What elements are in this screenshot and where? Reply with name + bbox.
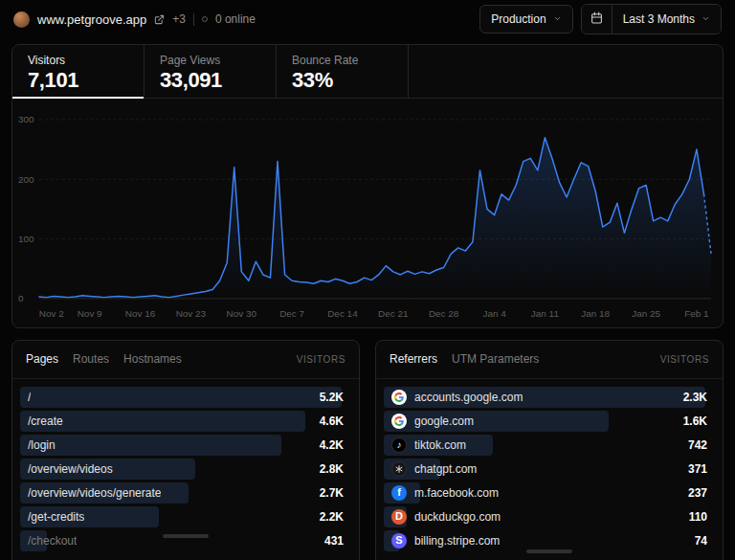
date-range-select[interactable]: Last 3 Months	[612, 5, 721, 34]
svg-text:Jan 11: Jan 11	[531, 308, 560, 319]
stat-label: Page Views	[160, 54, 260, 67]
svg-text:Dec 28: Dec 28	[429, 308, 459, 319]
chatgpt-icon	[391, 461, 407, 477]
svg-text:Feb 1: Feb 1	[684, 308, 709, 319]
row-value: 2.7K	[310, 486, 344, 500]
row-label: m.facebook.com	[414, 486, 499, 500]
stat-label: Visitors	[28, 54, 128, 67]
svg-text:100: 100	[18, 234, 34, 244]
visitors-column-header: VISITORS	[660, 354, 709, 365]
list-item-create[interactable]: /create4.6K	[20, 411, 351, 432]
row-value: 2.2K	[310, 510, 344, 524]
extra-domains-badge[interactable]: +3	[172, 12, 186, 26]
row-value: 110	[679, 510, 707, 524]
svg-text:200: 200	[18, 174, 34, 185]
referrers-panel-header: ReferrersUTM Parameters VISITORS	[376, 341, 723, 379]
list-item-login[interactable]: /login4.2K	[20, 435, 351, 456]
list-item-m-facebook-com[interactable]: fm.facebook.com237	[384, 482, 715, 504]
visitors-column-header: VISITORS	[297, 354, 345, 365]
date-range-label: Last 3 Months	[623, 12, 695, 26]
row-label: accounts.google.com	[414, 391, 523, 404]
site-info: www.petgroove.app +3 0 online	[13, 11, 256, 28]
row-value: 4.6K	[310, 414, 344, 428]
row-label: tiktok.com	[414, 438, 466, 452]
row-label: /	[28, 391, 31, 404]
header-divider	[193, 13, 194, 26]
stat-value: 33,091	[160, 68, 260, 93]
value-bar	[20, 435, 281, 456]
svg-text:Jan 4: Jan 4	[482, 308, 506, 319]
referrers-panel-tabs: ReferrersUTM Parameters	[390, 352, 539, 366]
list-item-google-com[interactable]: google.com1.6K	[384, 411, 715, 432]
row-value: 2.8K	[310, 462, 344, 476]
environment-label: Production	[491, 12, 546, 26]
pages-list: /5.2K/create4.6K/login4.2K/overview/vide…	[12, 379, 359, 560]
facebook-icon: f	[391, 485, 407, 501]
pages-panel-header: PagesRoutesHostnames VISITORS	[12, 341, 359, 379]
list-item-billing-stripe-com[interactable]: Sbilling.stripe.com74	[384, 530, 715, 551]
row-value: 5.2K	[310, 391, 344, 404]
row-label: google.com	[414, 414, 474, 428]
svg-text:0: 0	[18, 293, 24, 303]
row-value: 742	[679, 438, 707, 452]
row-label: /overview/videos/generate	[28, 486, 161, 500]
tiktok-icon: ♪	[391, 437, 407, 453]
scrollbar-thumb[interactable]	[526, 549, 572, 553]
svg-text:Dec 7: Dec 7	[279, 308, 304, 319]
date-range-control: Last 3 Months	[581, 4, 722, 34]
stat-tab-bounce-rate[interactable]: Bounce Rate33%	[277, 45, 409, 98]
chart-svg[interactable]: 0100200300Nov 2Nov 9Nov 16Nov 23Nov 30De…	[14, 108, 719, 325]
stat-value: 7,101	[28, 68, 128, 93]
list-item-accounts-google-com[interactable]: accounts.google.com2.3K	[384, 387, 715, 408]
site-domain[interactable]: www.petgroove.app	[37, 12, 146, 27]
svg-text:300: 300	[18, 114, 34, 124]
row-label: duckduckgo.com	[414, 510, 501, 524]
detail-panels: PagesRoutesHostnames VISITORS /5.2K/crea…	[11, 340, 724, 560]
referrers-panel: ReferrersUTM Parameters VISITORS account…	[375, 340, 724, 560]
tab-utm-parameters[interactable]: UTM Parameters	[452, 352, 539, 366]
analytics-dashboard: www.petgroove.app +3 0 online Production…	[0, 0, 735, 560]
stat-tab-visitors[interactable]: Visitors7,101	[12, 45, 145, 98]
stat-tab-page-views[interactable]: Page Views33,091	[145, 45, 277, 98]
list-item-tiktok-com[interactable]: ♪tiktok.com742	[384, 435, 715, 456]
stats-tabs: Visitors7,101Page Views33,091Bounce Rate…	[12, 45, 723, 99]
svg-text:Jan 25: Jan 25	[632, 308, 660, 319]
list-item-duckduckgo-com[interactable]: Dduckduckgo.com110	[384, 506, 715, 527]
svg-text:Nov 16: Nov 16	[125, 308, 156, 319]
list-item-chatgpt-com[interactable]: chatgpt.com371	[384, 459, 715, 480]
google-icon	[391, 390, 407, 405]
tab-referrers[interactable]: Referrers	[390, 352, 437, 366]
topbar: www.petgroove.app +3 0 online Production…	[0, 0, 735, 38]
stat-value: 33%	[292, 68, 392, 93]
external-link-icon[interactable]	[154, 14, 165, 25]
list-item-get-credits[interactable]: /get-credits2.2K	[20, 506, 351, 527]
stripe-icon: S	[391, 533, 407, 549]
stat-label: Bounce Rate	[292, 54, 392, 67]
tab-hostnames[interactable]: Hostnames	[123, 352, 182, 366]
referrers-list: accounts.google.com2.3Kgoogle.com1.6K♪ti…	[376, 379, 723, 560]
svg-text:Dec 14: Dec 14	[327, 308, 358, 319]
list-item-root[interactable]: /5.2K	[20, 387, 351, 408]
row-value: 4.2K	[310, 438, 344, 452]
svg-text:Jan 18: Jan 18	[581, 308, 610, 319]
calendar-icon	[590, 11, 603, 27]
online-dot-icon	[202, 16, 208, 22]
scrollbar-thumb[interactable]	[163, 534, 209, 538]
calendar-button[interactable]	[582, 5, 612, 34]
chevron-down-icon	[702, 12, 710, 26]
environment-select[interactable]: Production	[479, 5, 572, 34]
list-item-overview-videos[interactable]: /overview/videos2.8K	[20, 459, 351, 480]
tab-pages[interactable]: Pages	[26, 352, 58, 366]
online-count: 0 online	[215, 12, 256, 26]
row-label: billing.stripe.com	[414, 534, 500, 548]
tab-routes[interactable]: Routes	[73, 352, 109, 366]
list-item-overview-videos-generate[interactable]: /overview/videos/generate2.7K	[20, 482, 351, 504]
pages-panel: PagesRoutesHostnames VISITORS /5.2K/crea…	[11, 340, 360, 560]
analytics-card: Visitors7,101Page Views33,091Bounce Rate…	[11, 44, 724, 328]
row-label: /login	[28, 438, 56, 452]
row-label: /create	[28, 414, 63, 428]
row-value: 371	[679, 462, 707, 476]
google-icon	[391, 414, 407, 429]
site-favicon	[13, 11, 30, 28]
row-value: 2.3K	[674, 391, 707, 404]
